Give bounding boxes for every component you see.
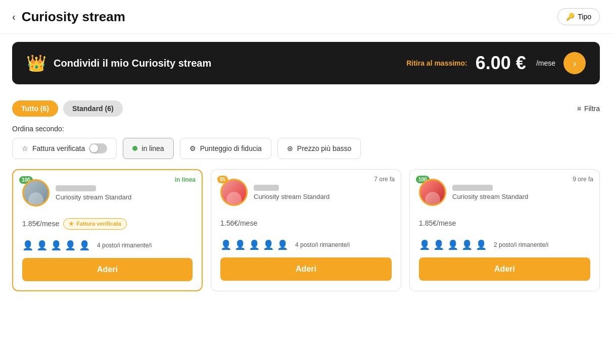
price-row-1: 1.85€/mese ★ Fattura verificata xyxy=(22,214,193,234)
banner-max-label: Ritira al massimo: xyxy=(406,59,467,67)
sort-prezzo-label: Prezzo più basso xyxy=(297,144,351,152)
banner-month: /mese xyxy=(536,59,555,67)
card-header-3: 100 Curiosity stream Standard xyxy=(419,179,590,206)
filter-icon: ≡ xyxy=(577,105,581,113)
slots-text-1: 4 posto/i rimanente/i xyxy=(97,242,152,249)
slot-filled-2: 👤 xyxy=(220,239,231,250)
price-month-2: /mese xyxy=(238,219,257,227)
sort-punteggio-label: Punteggio di fiducia xyxy=(200,144,262,152)
slot-filled-3b: 👤 xyxy=(433,239,444,250)
card-price-1: 1.85€/mese xyxy=(22,214,59,230)
verified-label-1: Fattura verificata xyxy=(76,221,121,227)
join-button-2[interactable]: Aderi xyxy=(220,257,392,281)
slot-empty-1b: 👤 xyxy=(51,240,62,251)
price-value-3: 1.85€ xyxy=(419,219,437,227)
slot-empty-1d: 👤 xyxy=(79,240,90,251)
sort-fattura-verificata[interactable]: ☆ Fattura verificata xyxy=(12,138,117,159)
card-subtitle-1: Curiosity stream Standard xyxy=(56,193,131,201)
slots-text-3: 2 posto/i rimanente/i xyxy=(494,241,548,248)
banner-title: Condividi il mio Curiosity stream xyxy=(54,58,211,69)
slot-filled-3c: 👤 xyxy=(447,239,458,250)
card-subtitle-3: Curiosity stream Standard xyxy=(452,193,528,200)
slots-text-2: 4 posto/i rimanente/i xyxy=(295,241,350,248)
slot-empty-2a: 👤 xyxy=(234,239,246,250)
slots-row-1: 👤 👤 👤 👤 👤 4 posto/i rimanente/i xyxy=(22,240,193,251)
user-info-3: Curiosity stream Standard xyxy=(452,185,528,200)
price-month-1: /mese xyxy=(40,220,59,228)
slots-row-2: 👤 👤 👤 👤 👤 4 posto/i rimanente/i xyxy=(220,239,392,250)
user-info-2: Curiosity stream Standard xyxy=(254,185,329,200)
crown-icon: 👑 xyxy=(26,54,46,73)
banner-left: 👑 Condividi il mio Curiosity stream xyxy=(26,54,211,73)
sort-punteggio[interactable]: ⚙ Punteggio di fiducia xyxy=(180,138,271,159)
online-dot-icon xyxy=(132,146,137,151)
avatar-2 xyxy=(220,179,248,206)
sort-label: Ordina secondo: xyxy=(12,125,600,133)
price-row-2: 1.56€/mese xyxy=(220,213,392,233)
sort-in-linea-label: in linea xyxy=(142,144,164,152)
card-badge-2: 7 ore fa xyxy=(374,176,395,183)
slot-empty-2b: 👤 xyxy=(249,239,260,250)
slot-empty-2d: 👤 xyxy=(277,239,288,250)
banner-arrow-button[interactable]: › xyxy=(563,52,586,74)
tipo-label: Tipo xyxy=(578,13,591,21)
user-info-1: Curiosity stream Standard xyxy=(56,185,131,201)
avatar-wrap-1: 100 xyxy=(22,179,50,206)
card-subtitle-2: Curiosity stream Standard xyxy=(254,193,329,200)
tipo-button[interactable]: 🔑 Tipo xyxy=(557,8,600,25)
card-header-2: 85 Curiosity stream Standard xyxy=(220,179,392,206)
back-button[interactable]: ‹ xyxy=(12,11,16,23)
sort-in-linea[interactable]: in linea xyxy=(123,138,173,159)
shield-icon: ⚙ xyxy=(190,144,196,152)
price-value-2: 1.56€ xyxy=(220,219,238,227)
sort-row: Ordina secondo: ☆ Fattura verificata in … xyxy=(0,121,612,165)
filter-standard-button[interactable]: Standard (6) xyxy=(63,100,123,117)
join-button-1[interactable]: Aderi xyxy=(22,258,193,281)
card-header-1: 100 Curiosity stream Standard xyxy=(22,179,193,206)
filters-row: Tutto (6) Standard (6) ≡ Filtra xyxy=(0,92,612,121)
offer-card-2: 7 ore fa 85 Curiosity stream Standard 1.… xyxy=(211,169,401,291)
verified-star-icon: ★ xyxy=(69,221,74,227)
banner-price: 6.00 € xyxy=(476,53,526,74)
username-blur-1 xyxy=(56,185,96,191)
sort-fattura-label: Fattura verificata xyxy=(32,144,85,152)
card-price-3: 1.85€/mese xyxy=(419,213,456,229)
username-blur-3 xyxy=(452,185,493,191)
page: ‹ Curiosity stream 🔑 Tipo 👑 Condividi il… xyxy=(0,0,612,364)
avatar-1 xyxy=(22,179,50,206)
price-month-3: /mese xyxy=(437,219,456,227)
cards-grid: in linea 100 Curiosity stream Standard 1… xyxy=(0,165,612,303)
star-icon: ☆ xyxy=(22,144,28,152)
avatar-wrap-2: 85 xyxy=(220,179,248,206)
slot-filled-3a: 👤 xyxy=(419,239,430,250)
join-button-3[interactable]: Aderi xyxy=(419,257,590,281)
username-blur-2 xyxy=(254,185,279,191)
slot-empty-3a: 👤 xyxy=(461,239,473,250)
filtra-button[interactable]: ≡ Filtra xyxy=(577,105,600,113)
slot-empty-1a: 👤 xyxy=(36,240,48,251)
slot-filled-1: 👤 xyxy=(22,240,33,251)
filtra-label: Filtra xyxy=(584,105,600,113)
sort-prezzo[interactable]: ⊛ Prezzo più basso xyxy=(277,138,361,159)
filter-tutto-button[interactable]: Tutto (6) xyxy=(12,100,58,117)
sort-options: ☆ Fattura verificata in linea ⚙ Punteggi… xyxy=(12,138,600,159)
filter-tags: Tutto (6) Standard (6) xyxy=(12,100,123,117)
toggle-knob xyxy=(90,144,98,152)
layers-icon: ⊛ xyxy=(287,144,293,152)
card-price-2: 1.56€/mese xyxy=(220,213,257,229)
price-value-1: 1.85€ xyxy=(22,220,40,228)
page-title: Curiosity stream xyxy=(22,9,125,25)
banner-right: Ritira al massimo: 6.00 € /mese › xyxy=(406,52,586,74)
verified-badge-1: ★ Fattura verificata xyxy=(63,218,127,230)
card-badge-1: in linea xyxy=(175,176,196,183)
slots-row-3: 👤 👤 👤 👤 👤 2 posto/i rimanente/i xyxy=(419,239,590,250)
fattura-toggle[interactable] xyxy=(89,143,107,153)
slot-empty-3b: 👤 xyxy=(476,239,487,250)
avatar-3 xyxy=(419,179,446,206)
promo-banner: 👑 Condividi il mio Curiosity stream Riti… xyxy=(12,42,600,84)
slot-empty-2c: 👤 xyxy=(263,239,274,250)
key-icon: 🔑 xyxy=(566,13,575,21)
slot-empty-1c: 👤 xyxy=(65,240,76,251)
price-row-3: 1.85€/mese xyxy=(419,213,590,233)
offer-card-1: in linea 100 Curiosity stream Standard 1… xyxy=(12,169,203,291)
